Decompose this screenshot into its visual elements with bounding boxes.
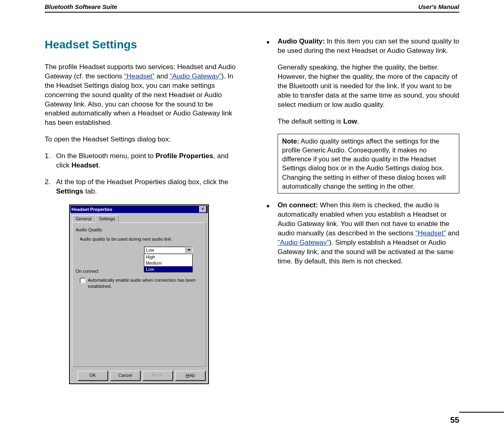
step-1: 1. On the Bluetooth menu, point to Profi… [45,152,238,170]
open-instructions: To open the Headset Settings dialog box: [45,135,238,144]
intro-mid: and [154,72,170,80]
intro-paragraph: The profile Headset supports two service… [45,63,238,128]
link-audio-gateway-2[interactable]: “Audio Gateway” [278,239,329,246]
combo-option-high[interactable]: High [144,254,192,260]
step-1-num: 1. [45,152,50,161]
auto-enable-audio-label: Automatically enable audio when connecti… [88,277,202,289]
step-1-pre: On the Bluetooth menu, point to [56,152,156,160]
dialog-titlebar[interactable]: Headset Properties × [70,206,208,213]
link-headset-2[interactable]: “Headset” [415,229,446,237]
checkbox-icon[interactable] [80,278,85,283]
tab-general[interactable]: General [72,215,95,223]
bullet-on-connect: ● On connect: When this item is checked,… [266,201,459,266]
audio-quality-default: The default setting is Low. [266,117,459,126]
note-label: Note: [282,137,299,145]
step-1-b1: Profile Properties [156,152,213,160]
audio-quality-field-label: Audio quality to be used during next aud… [76,236,202,242]
combo-dropdown-list[interactable]: High Medium Low [144,254,193,273]
step-1-b2: Headset [72,161,98,169]
right-column: ● Audio Quality: In this item you can se… [266,37,459,384]
on-connect-mid: and [446,229,459,237]
step-2-num: 2. [45,178,50,187]
left-column: Headset Settings The profile Headset sup… [45,37,238,384]
header-right: User's Manual [418,3,459,10]
link-audio-gateway[interactable]: “Audio Gateway” [170,72,222,80]
page-number: 55 [450,415,459,425]
audio-quality-text2: Generally speaking, the higher the quali… [266,63,459,110]
link-headset[interactable]: “Headset” [124,72,155,80]
combo-option-medium[interactable]: Medium [144,260,192,266]
step-2: 2. At the top of the Headset Properties … [45,178,238,196]
step-2-pre: At the top of the Headset Properties dia… [56,178,228,186]
bullet-audio-quality: ● Audio Quality: In this item you can se… [266,37,459,56]
dialog-button-row: OK Cancel Apply Help [70,368,208,383]
ok-button[interactable]: OK [78,371,108,380]
headset-properties-dialog: Headset Properties × General Settings Au… [69,204,209,384]
note-text: Audio quality settings affect the settin… [282,137,446,190]
header-left: Bluetooth Software Suite [45,3,117,10]
dialog-tabs: General Settings [70,213,208,222]
step-1-post: . [98,161,100,169]
dialog-tabpanel: Audio Quality Audio quality to be used d… [72,222,206,367]
cancel-button[interactable]: Cancel [110,371,140,380]
page-header: Bluetooth Software Suite User's Manual [45,0,459,10]
bullet-icon: ● [266,38,269,46]
combo-option-low[interactable]: Low [144,266,192,272]
audio-quality-label: Audio Quality: [278,37,325,45]
page-number-rule [459,412,504,413]
auto-enable-audio-checkbox-row[interactable]: Automatically enable audio when connecti… [76,277,202,289]
chevron-down-icon[interactable] [185,247,192,253]
dialog-title: Headset Properties [72,207,112,213]
step-2-b1: Settings [56,187,83,195]
tab-settings[interactable]: Settings [95,215,119,223]
default-bold: Low [343,117,357,125]
section-title: Headset Settings [45,37,238,52]
default-pre: The default setting is [278,117,343,125]
audio-quality-combo[interactable]: Low High Medium Low [144,246,193,273]
header-rule [45,12,459,13]
note-box: Note: Audio quality settings affect the … [278,134,459,194]
step-2-mid: tab. [83,187,97,195]
close-icon[interactable]: × [199,206,206,213]
apply-button[interactable]: Apply [143,371,173,380]
combo-selected-value: Low [144,247,185,253]
help-button[interactable]: Help [175,371,205,380]
bullet-icon: ● [266,202,269,210]
default-post: . [357,117,359,125]
group-audio-quality-label: Audio Quality [76,227,202,233]
on-connect-label: On connect: [278,201,318,209]
intro-post: ). In the Headset Settings dialog box, y… [45,72,233,127]
